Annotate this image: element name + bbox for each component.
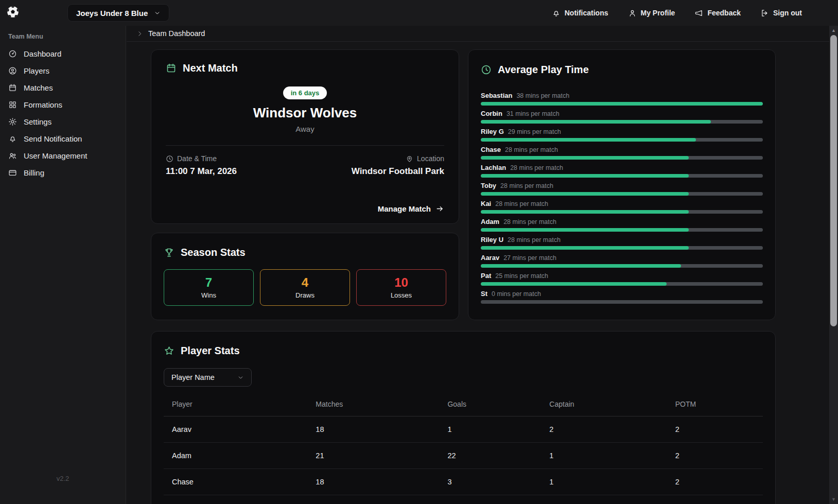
star-icon (164, 345, 174, 356)
stat-label: Losses (391, 291, 412, 299)
playtime-player-name: Toby (481, 182, 496, 189)
sidebar-item-send-notification[interactable]: Send Notification (0, 130, 126, 147)
grid-icon (8, 100, 17, 109)
playtime-row-st: St 0 mins per match (481, 290, 763, 304)
cell-goals: 3 (439, 469, 541, 495)
topbar-link-my-profile[interactable]: My Profile (628, 9, 675, 18)
playtime-bar-fill (481, 138, 696, 142)
calendar-icon (8, 83, 17, 92)
sidebar-item-billing[interactable]: Billing (0, 164, 126, 181)
megaphone-icon (694, 9, 703, 18)
topbar-link-sign-out[interactable]: Sign out (760, 9, 802, 18)
playtime-minutes: 28 mins per match (508, 236, 561, 244)
trophy-icon (164, 247, 174, 258)
col-header-matches: Matches (307, 400, 439, 416)
playtime-row-toby: Toby 28 mins per match (481, 182, 763, 196)
playtime-minutes: 28 mins per match (510, 164, 563, 171)
playtime-minutes: 31 mins per match (507, 110, 560, 117)
topbar-link-feedback[interactable]: Feedback (694, 9, 741, 18)
sidebar-item-formations[interactable]: Formations (0, 96, 126, 113)
stat-value: 10 (394, 276, 408, 289)
stat-box-losses: 10 Losses (356, 269, 446, 306)
playtime-bar-fill (481, 264, 681, 268)
cell-matches: 18 (307, 469, 439, 495)
cell-potm: 2 (667, 443, 763, 469)
cell-goals: 1 (439, 416, 541, 443)
scroll-up-arrow[interactable]: ▲ (829, 27, 838, 34)
playtime-bar-fill (481, 246, 689, 250)
playtime-player-name: Pat (481, 272, 491, 280)
stat-box-wins: 7 Wins (164, 269, 254, 306)
manage-match-label: Manage Match (378, 204, 431, 213)
sort-by-dropdown[interactable]: Player Name (164, 368, 252, 387)
sidebar-item-label: Send Notification (24, 134, 82, 143)
table-body: Aarav 18 1 2 2 Adam 21 22 1 2 Chase 18 3… (164, 416, 763, 495)
topbar-link-label: Notifications (565, 9, 608, 17)
topbar-link-label: Sign out (773, 9, 802, 17)
sidebar-item-matches[interactable]: Matches (0, 79, 126, 96)
playtime-minutes: 27 mins per match (503, 254, 556, 262)
playtime-row-sebastian: Sebastian 38 mins per match (481, 92, 763, 106)
sign-out-icon (760, 9, 769, 18)
playtime-bar-track (481, 192, 763, 196)
stat-value: 4 (302, 276, 308, 289)
cell-potm: 2 (667, 416, 763, 443)
topbar-link-notifications[interactable]: Notifications (552, 9, 608, 18)
playtime-player-name: Kai (481, 200, 491, 207)
location-value: Windsor Football Park (352, 166, 444, 177)
playtime-row-lachlan: Lachlan 28 mins per match (481, 164, 763, 178)
page-title: Team Dashboard (148, 29, 205, 38)
sort-by-selected: Player Name (171, 373, 215, 381)
team-selector-dropdown[interactable]: Joeys Under 8 Blue (67, 4, 169, 22)
playtime-minutes: 28 mins per match (495, 200, 548, 207)
playtime-minutes: 38 mins per match (516, 92, 569, 99)
playtime-bar-track (481, 264, 763, 268)
sidebar-item-label: Billing (24, 168, 44, 177)
sidebar-item-players[interactable]: Players (0, 62, 126, 79)
cell-player: Chase (164, 469, 307, 495)
playtime-player-name: Aarav (481, 254, 499, 262)
playtime-bar-track (481, 102, 763, 106)
chevron-right-icon (136, 30, 143, 37)
topbar-link-label: Feedback (707, 9, 741, 17)
stat-box-draws: 4 Draws (260, 269, 350, 306)
sidebar-item-label: Players (24, 66, 49, 75)
playtime-player-name: Adam (481, 218, 499, 225)
playtime-player-name: St (481, 290, 487, 298)
vertical-scrollbar: ▲ ▼ (829, 26, 838, 504)
sidebar-item-label: Dashboard (24, 49, 61, 58)
playtime-bar-fill (481, 228, 689, 232)
table-row-adam: Adam 21 22 1 2 (164, 443, 763, 469)
scroll-down-arrow[interactable]: ▼ (829, 496, 838, 503)
arrow-right-icon (435, 204, 444, 213)
sidebar-item-dashboard[interactable]: Dashboard (0, 45, 126, 62)
clock-icon (166, 155, 173, 163)
cell-player: Aarav (164, 416, 307, 443)
sidebar-item-settings[interactable]: Settings (0, 113, 126, 130)
playtime-player-name: Riley U (481, 236, 503, 244)
manage-match-link[interactable]: Manage Match (378, 204, 444, 213)
sidebar-menu: Dashboard Players Matches Formations Set… (0, 45, 126, 181)
credit-card-icon (8, 168, 17, 177)
playtime-bar-track (481, 282, 763, 286)
chevron-down-icon (237, 374, 244, 381)
playtime-bar-fill (481, 174, 689, 178)
average-play-time-card: Average Play Time Sebastian 38 mins per … (468, 49, 776, 320)
player-stats-title: Player Stats (181, 345, 240, 357)
cell-potm: 2 (667, 469, 763, 495)
playtime-bar-fill (481, 120, 711, 124)
gear-icon (8, 117, 17, 126)
cell-matches: 21 (307, 443, 439, 469)
sidebar: Team Menu Dashboard Players Matches Form… (0, 26, 126, 504)
countdown-badge: in 6 days (283, 86, 327, 99)
cell-player: Adam (164, 443, 307, 469)
col-header-captain: Captain (541, 400, 667, 416)
table-row-aarav: Aarav 18 1 2 2 (164, 416, 763, 443)
sidebar-section-label: Team Menu (0, 33, 126, 45)
location-label: Location (417, 154, 444, 163)
sidebar-item-user-management[interactable]: User Management (0, 147, 126, 164)
datetime-value: 11:00 7 Mar, 2026 (166, 166, 237, 177)
clock-icon (481, 64, 492, 75)
scrollbar-thumb[interactable] (830, 35, 837, 326)
col-header-goals: Goals (439, 400, 541, 416)
